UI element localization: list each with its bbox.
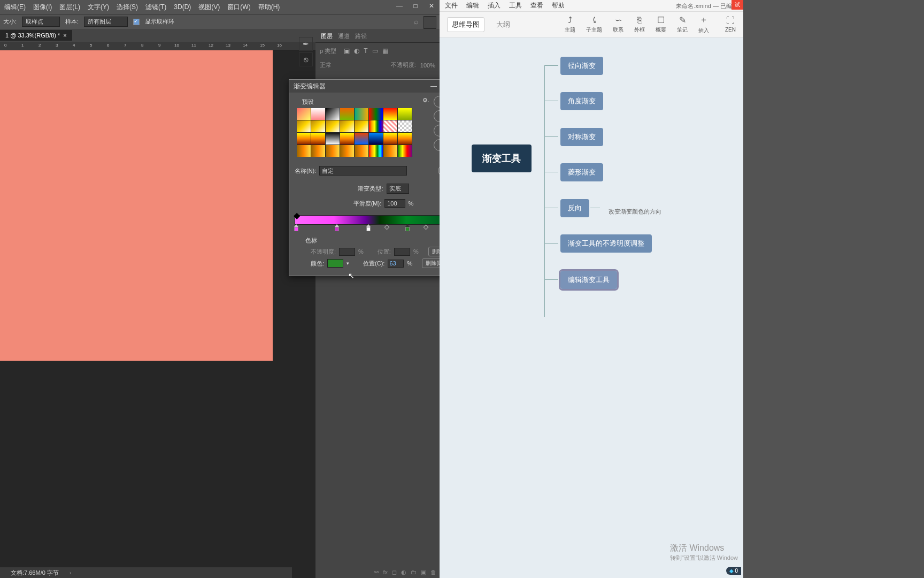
- preset-swatch[interactable]: [369, 108, 383, 120]
- preset-swatch[interactable]: [383, 145, 397, 157]
- gear-icon[interactable]: ⚙.: [422, 97, 429, 104]
- tool-notes[interactable]: ✎笔记: [677, 15, 688, 34]
- opacity-stop[interactable]: ◆: [294, 210, 299, 216]
- zoom-indicator[interactable]: ◆ 0: [726, 567, 741, 575]
- preset-swatch[interactable]: [383, 108, 397, 120]
- mind-node[interactable]: 渐变工具的不透明度调整: [560, 234, 652, 253]
- tool-subtopic[interactable]: ⤹子主题: [586, 15, 602, 34]
- expand-icon[interactable]: [424, 16, 436, 29]
- preset-swatch[interactable]: [326, 133, 340, 144]
- chevron-right-icon[interactable]: ›: [70, 569, 72, 576]
- type-select[interactable]: 实底: [387, 184, 409, 194]
- preset-swatch[interactable]: [355, 133, 368, 144]
- preset-swatch[interactable]: [398, 133, 412, 144]
- preset-swatch[interactable]: [297, 133, 311, 144]
- menu-item[interactable]: 编辑(E): [4, 3, 26, 12]
- filter-shape-icon[interactable]: ▭: [372, 47, 378, 55]
- preset-swatch[interactable]: [369, 120, 383, 132]
- smooth-input[interactable]: 100: [384, 199, 405, 208]
- tab-layers[interactable]: 图层: [321, 32, 333, 40]
- mind-node-selected[interactable]: 编辑渐变工具: [560, 271, 617, 289]
- tool-boundary[interactable]: ⎘外框: [634, 16, 645, 34]
- preset-swatch[interactable]: [369, 133, 383, 144]
- color-stop[interactable]: [294, 224, 299, 232]
- color-stop-selected[interactable]: [405, 224, 410, 232]
- preset-swatch[interactable]: [340, 133, 354, 144]
- menu-item[interactable]: 查看: [530, 1, 543, 10]
- tool-summary[interactable]: ☐概要: [656, 15, 666, 34]
- preset-swatch[interactable]: [340, 145, 354, 157]
- minimize-icon[interactable]: —: [395, 1, 404, 11]
- preset-swatch[interactable]: [311, 120, 325, 132]
- xm-canvas[interactable]: 渐变工具 径向渐变 角度渐变 对称渐变 菱形渐变 反向 改变渐变颜色的方向 渐变…: [440, 37, 743, 578]
- close-icon[interactable]: ✕: [427, 1, 436, 11]
- document-tab[interactable]: 1 @ 33.3%(RGB/8) * ×: [0, 30, 72, 41]
- adj-icon[interactable]: ◐: [401, 569, 406, 576]
- preset-swatch[interactable]: [355, 108, 368, 120]
- size-select[interactable]: 取样点: [22, 17, 60, 27]
- new-icon[interactable]: ▣: [421, 569, 426, 576]
- menu-item[interactable]: 窗口(W): [227, 3, 250, 12]
- name-input[interactable]: [319, 166, 407, 176]
- preset-swatch[interactable]: [369, 145, 383, 157]
- minimize-icon[interactable]: —: [426, 81, 441, 92]
- mind-note[interactable]: 改变渐变颜色的方向: [601, 203, 669, 220]
- opacity-value[interactable]: 100%: [420, 62, 435, 69]
- menu-item[interactable]: 编辑: [466, 1, 479, 10]
- preset-swatch[interactable]: [340, 108, 354, 120]
- blend-mode[interactable]: 正常: [320, 61, 332, 69]
- menu-item[interactable]: 视图(V): [198, 3, 220, 12]
- mind-node[interactable]: 菱形渐变: [560, 163, 603, 181]
- preset-swatch[interactable]: [355, 145, 368, 157]
- menu-item[interactable]: 3D(D): [174, 3, 191, 11]
- menu-item[interactable]: 选择(S): [117, 3, 138, 12]
- preset-swatch[interactable]: [398, 108, 412, 120]
- preset-swatch[interactable]: [340, 120, 354, 132]
- show-ring-checkbox[interactable]: [133, 19, 140, 25]
- color-swatch[interactable]: [327, 259, 343, 268]
- folder-icon[interactable]: 🗀: [411, 569, 417, 576]
- midpoint[interactable]: [423, 225, 428, 230]
- filter-adj-icon[interactable]: ◐: [354, 47, 359, 55]
- filter-image-icon[interactable]: ▣: [344, 47, 350, 55]
- trial-badge[interactable]: 试: [732, 0, 743, 10]
- menu-item[interactable]: 工具: [509, 1, 522, 10]
- mind-node[interactable]: 径向渐变: [560, 57, 603, 75]
- tab-paths[interactable]: 路径: [355, 32, 367, 40]
- search-icon[interactable]: ⌕: [414, 17, 418, 26]
- preset-swatch[interactable]: [398, 145, 412, 157]
- mind-node[interactable]: 角度渐变: [560, 92, 603, 110]
- tool-relationship[interactable]: ∽联系: [613, 15, 623, 34]
- midpoint[interactable]: [384, 225, 390, 230]
- menu-item[interactable]: 文件: [445, 1, 458, 10]
- pen-tool-icon[interactable]: ✒: [299, 37, 313, 51]
- tool-topic[interactable]: ⤴主题: [565, 16, 575, 34]
- preset-swatch[interactable]: [383, 133, 397, 144]
- center-topic[interactable]: 渐变工具: [472, 144, 532, 172]
- tool-insert[interactable]: ＋插入: [698, 14, 709, 34]
- menu-item[interactable]: 图像(I): [33, 3, 52, 12]
- canvas[interactable]: [0, 50, 273, 361]
- menu-item[interactable]: 滤镜(T): [145, 3, 166, 12]
- menu-item[interactable]: 插入: [488, 1, 500, 10]
- preset-swatch[interactable]: [326, 145, 340, 157]
- tab-mindmap[interactable]: 思维导图: [447, 17, 484, 32]
- trash-icon[interactable]: 🗑: [430, 569, 436, 576]
- preset-swatch[interactable]: [398, 120, 412, 132]
- path-tool-icon[interactable]: ⎋: [299, 52, 313, 66]
- preset-swatch[interactable]: [383, 120, 397, 132]
- tool-zen[interactable]: ⛶ZEN: [725, 16, 736, 33]
- menu-item[interactable]: 帮助: [552, 1, 565, 10]
- mind-node[interactable]: 对称渐变: [560, 128, 603, 146]
- preset-swatch[interactable]: [326, 120, 340, 132]
- menu-item[interactable]: 图层(L): [59, 3, 80, 12]
- filter-text-icon[interactable]: T: [364, 47, 367, 55]
- preset-swatch[interactable]: [311, 145, 325, 157]
- sample-select[interactable]: 所有图层: [84, 17, 128, 27]
- preset-swatch[interactable]: [311, 108, 325, 120]
- filter-smart-icon[interactable]: ▦: [382, 47, 388, 55]
- close-icon[interactable]: ×: [63, 32, 66, 39]
- fx-icon[interactable]: fx: [383, 569, 388, 576]
- color-stop[interactable]: [366, 224, 371, 232]
- mask-icon[interactable]: ◻: [392, 569, 397, 576]
